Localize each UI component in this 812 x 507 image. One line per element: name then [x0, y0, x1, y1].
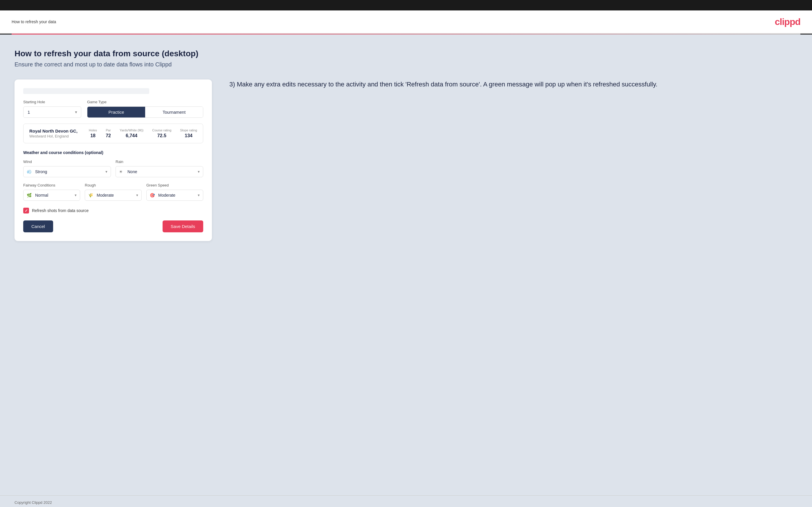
practice-button[interactable]: Practice [87, 107, 145, 117]
stat-holes-label: Holes [89, 128, 97, 132]
stat-holes-value: 18 [90, 133, 96, 138]
fairway-wrapper: Fairway Conditions 🌿 Normal ▼ [23, 183, 80, 201]
rough-select[interactable]: Moderate [85, 190, 142, 201]
save-details-button[interactable]: Save Details [163, 220, 203, 232]
course-info-card: Royal North Devon GC, Westward Hol, Engl… [23, 123, 203, 143]
stat-par: Par 72 [106, 128, 111, 138]
stat-holes: Holes 18 [89, 128, 97, 138]
stat-slope-rating-label: Slope rating [180, 128, 197, 132]
rain-wrapper: Rain ☀ None ▼ [115, 160, 203, 177]
page-subheading: Ensure the correct and most up to date d… [14, 61, 798, 68]
card-top-hint [23, 88, 149, 94]
green-speed-label: Green Speed [146, 183, 203, 187]
starting-hole-group: Starting Hole 1 ▼ [23, 100, 81, 118]
footer-text: Copyright Clippd 2022 [14, 500, 52, 505]
game-type-label: Game Type [87, 100, 203, 104]
game-type-group: Game Type Practice Tournament [87, 100, 203, 118]
refresh-checkbox-row: ✓ Refresh shots from data source [23, 208, 203, 214]
stat-yards-value: 6,744 [126, 133, 137, 138]
rough-wrapper: Rough 🌾 Moderate ▼ [85, 183, 142, 201]
page-heading: How to refresh your data from source (de… [14, 49, 798, 58]
stat-yards: Yards/White (M)) 6,744 [119, 128, 143, 138]
starting-hole-select[interactable]: 1 [23, 106, 81, 118]
stat-slope-rating: Slope rating 134 [180, 128, 197, 138]
logo: clippd [775, 16, 800, 27]
course-name: Royal North Devon GC, [29, 128, 83, 133]
side-note-text: 3) Make any extra edits necessary to the… [230, 79, 798, 89]
conditions-grid-bottom: Fairway Conditions 🌿 Normal ▼ Rough 🌾 [23, 183, 203, 201]
green-speed-select[interactable]: Moderate [146, 190, 203, 201]
course-stats: Holes 18 Par 72 Yards/White (M)) 6,744 C… [89, 128, 197, 138]
stat-slope-rating-value: 134 [185, 133, 193, 138]
form-card: Starting Hole 1 ▼ Game Type Practice Tou… [14, 79, 212, 241]
fairway-label: Fairway Conditions [23, 183, 80, 187]
refresh-checkbox-label: Refresh shots from data source [32, 208, 89, 213]
rough-label: Rough [85, 183, 142, 187]
conditions-section-title: Weather and course conditions (optional) [23, 150, 203, 155]
wind-select[interactable]: Strong [23, 166, 111, 177]
refresh-checkbox[interactable]: ✓ [23, 208, 29, 214]
tournament-button[interactable]: Tournament [145, 107, 203, 117]
cancel-button[interactable]: Cancel [23, 220, 53, 232]
game-type-buttons: Practice Tournament [87, 106, 203, 118]
rain-select[interactable]: None [115, 166, 203, 177]
rain-label: Rain [115, 160, 203, 164]
stat-par-label: Par [106, 128, 111, 132]
main-content: How to refresh your data from source (de… [0, 35, 812, 495]
wind-label: Wind [23, 160, 111, 164]
stat-yards-label: Yards/White (M)) [119, 128, 143, 132]
conditions-grid-top: Wind 💨 Strong ▼ Rain ☀ None [23, 160, 203, 177]
stat-par-value: 72 [106, 133, 111, 138]
content-layout: Starting Hole 1 ▼ Game Type Practice Tou… [14, 79, 798, 241]
green-speed-wrapper: Green Speed 🎯 Moderate ▼ [146, 183, 203, 201]
wind-wrapper: Wind 💨 Strong ▼ [23, 160, 111, 177]
form-row-top: Starting Hole 1 ▼ Game Type Practice Tou… [23, 100, 203, 118]
stat-course-rating-value: 72.5 [157, 133, 166, 138]
button-row: Cancel Save Details [23, 220, 203, 232]
stat-course-rating-label: Course rating [152, 128, 171, 132]
top-bar [0, 0, 812, 10]
header-title: How to refresh your data [12, 19, 56, 24]
side-note: 3) Make any extra edits necessary to the… [230, 79, 798, 89]
starting-hole-wrapper: 1 ▼ [23, 106, 81, 118]
checkmark-icon: ✓ [25, 209, 28, 213]
course-location: Westward Hol, England [29, 134, 83, 138]
fairway-select[interactable]: Normal [23, 190, 80, 201]
course-name-block: Royal North Devon GC, Westward Hol, Engl… [29, 128, 83, 138]
header: How to refresh your data clippd [0, 10, 812, 34]
starting-hole-label: Starting Hole [23, 100, 81, 104]
stat-course-rating: Course rating 72.5 [152, 128, 171, 138]
footer: Copyright Clippd 2022 [0, 495, 812, 507]
